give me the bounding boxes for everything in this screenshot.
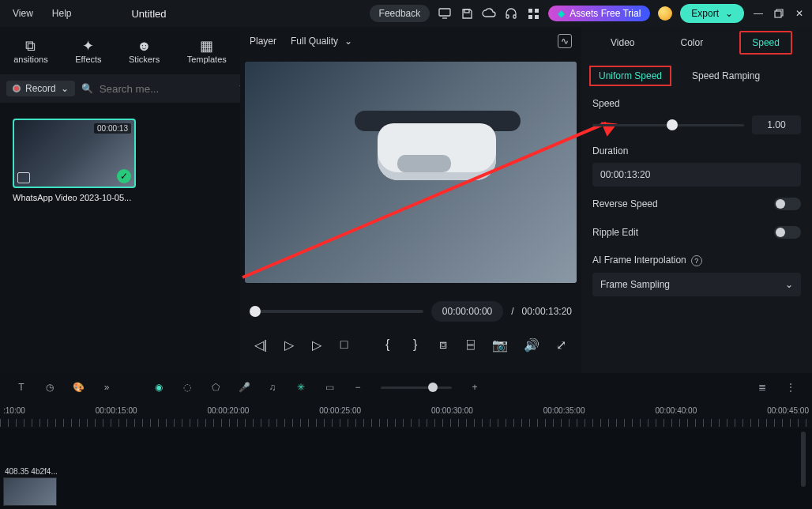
time-total: 00:00:13:20 xyxy=(522,306,572,317)
menu-help[interactable]: Help xyxy=(46,5,78,22)
speed-label: Speed xyxy=(581,90,812,112)
tab-transitions[interactable]: ⧉ansitions xyxy=(13,37,47,64)
timer-icon[interactable]: ◷ xyxy=(41,379,58,396)
assets-trial-button[interactable]: ◆ Assets Free Trial xyxy=(548,6,650,21)
cloud-icon[interactable] xyxy=(482,6,496,21)
tab-color[interactable]: Color xyxy=(671,31,713,55)
effects-icon: ✦ xyxy=(75,37,101,55)
info-icon[interactable]: ? xyxy=(691,255,702,266)
mark-in-icon[interactable]: { xyxy=(382,337,393,353)
progress-row: 00:00:00:00 / 00:00:13:20 xyxy=(240,296,581,327)
media-clip[interactable]: 00:00:13 ✓ WhatsApp Video 2023-10-05... xyxy=(13,119,136,202)
svg-rect-0 xyxy=(439,9,450,16)
fullscreen-icon[interactable]: ⤢ xyxy=(555,337,567,353)
speed-slider[interactable] xyxy=(592,124,744,126)
smart-tool-icon[interactable]: ◉ xyxy=(150,379,167,396)
export-button[interactable]: Export ⌄ xyxy=(680,4,744,23)
svg-rect-5 xyxy=(535,9,539,13)
ratio-icon[interactable]: ▭ xyxy=(321,379,338,396)
list-view-icon[interactable]: ≣ xyxy=(754,379,771,396)
text-tool-icon[interactable]: T xyxy=(13,379,30,396)
trial-label: Assets Free Trial xyxy=(570,8,641,19)
main-area: ⧉ansitions ✦Effects ☻Stickers ▦Templates… xyxy=(0,27,812,373)
menu-view[interactable]: View xyxy=(6,5,39,22)
vr-lens xyxy=(397,155,451,172)
loop-icon[interactable]: ◌ xyxy=(179,379,196,396)
timeline-vscroll[interactable] xyxy=(801,432,806,487)
ruler-label: 00:00:15:00 xyxy=(96,406,137,415)
top-bar: View Help Untitled Feedback ◆ Assets Fre… xyxy=(0,0,812,27)
play-forward-icon[interactable]: ▷ xyxy=(310,337,322,353)
close-icon[interactable]: ✕ xyxy=(793,7,806,20)
subtab-speed-ramping[interactable]: Speed Ramping xyxy=(686,67,766,85)
zoom-thumb[interactable] xyxy=(428,383,438,392)
minimize-icon[interactable]: — xyxy=(752,7,765,20)
speed-subtabs: Uniform Speed Speed Ramping xyxy=(581,62,812,90)
display-icon[interactable]: ⌸ xyxy=(464,337,476,353)
tab-speed[interactable]: Speed xyxy=(739,31,792,55)
marker-icon[interactable]: ⬠ xyxy=(207,379,224,396)
tab-templates[interactable]: ▦Templates xyxy=(187,37,227,64)
player-panel: Player Full Quality⌄ ∿ 00:00:00:00 / 00:… xyxy=(240,27,581,373)
ruler-label: 00:00:35:00 xyxy=(543,406,585,415)
left-panel: ⧉ansitions ✦Effects ☻Stickers ▦Templates… xyxy=(0,27,240,373)
timeline-tracks[interactable]: 408.35 4b2f4... xyxy=(0,428,812,509)
monitor-icon[interactable] xyxy=(438,6,452,21)
timeline-panel: T ◷ 🎨 » ◉ ◌ ⬠ 🎤 ♫ ✳ ▭ − + ≣ ⋮ :10:00 00:… xyxy=(0,373,812,509)
time-separator: / xyxy=(511,306,513,317)
ai-interp-label: AI Frame Interpolation? xyxy=(581,247,812,270)
search-icon: 🔍 xyxy=(81,83,93,94)
maximize-icon[interactable] xyxy=(773,7,785,20)
profile-badge[interactable] xyxy=(658,6,672,21)
ai-interp-select[interactable]: Frame Sampling⌄ xyxy=(592,273,801,296)
headphones-icon[interactable] xyxy=(504,6,518,21)
palette-icon[interactable]: 🎨 xyxy=(70,379,87,396)
crop-icon[interactable]: ⧈ xyxy=(437,337,449,353)
grid-icon[interactable] xyxy=(526,6,540,21)
record-icon xyxy=(13,85,21,92)
scope-icon[interactable]: ∿ xyxy=(558,34,572,48)
mic-icon[interactable]: 🎤 xyxy=(235,379,253,396)
progress-thumb[interactable] xyxy=(250,306,261,317)
tab-stickers[interactable]: ☻Stickers xyxy=(129,37,160,64)
timeline-ruler[interactable]: :10:00 00:00:15:00 00:00:20:00 00:00:25:… xyxy=(0,402,812,428)
keyframe-icon[interactable]: ✳ xyxy=(292,379,310,396)
video-viewer[interactable] xyxy=(245,62,577,283)
zoom-in-icon[interactable]: + xyxy=(466,379,483,396)
prev-frame-icon[interactable]: ◁| xyxy=(254,337,267,353)
speed-slider-thumb[interactable] xyxy=(667,119,678,130)
progress-slider[interactable] xyxy=(250,310,423,313)
svg-rect-1 xyxy=(464,9,469,13)
search-input[interactable] xyxy=(100,83,233,95)
music-icon[interactable]: ♫ xyxy=(264,379,281,396)
speed-value[interactable]: 1.00 xyxy=(752,115,801,134)
zoom-out-icon[interactable]: − xyxy=(349,379,367,396)
timeline-clip[interactable] xyxy=(3,477,57,506)
transport-controls: ◁| ▷ ▷ □ { } ⧈ ⌸ 📷 🔊 ⤢ xyxy=(240,327,581,362)
reverse-speed-label: Reverse Speed xyxy=(592,198,658,209)
subtab-uniform-speed[interactable]: Uniform Speed xyxy=(589,66,671,86)
tab-effects[interactable]: ✦Effects xyxy=(75,37,101,64)
volume-icon[interactable]: 🔊 xyxy=(524,337,539,353)
zoom-slider[interactable] xyxy=(381,386,452,389)
clip-thumbnail[interactable]: 00:00:13 ✓ xyxy=(13,119,136,188)
stop-icon[interactable]: □ xyxy=(338,337,350,353)
play-icon[interactable]: ▷ xyxy=(283,337,295,353)
mark-out-icon[interactable]: } xyxy=(409,337,421,353)
more-tools-icon[interactable]: » xyxy=(98,379,115,396)
quality-select[interactable]: Full Quality⌄ xyxy=(291,36,352,47)
player-header: Player Full Quality⌄ ∿ xyxy=(240,27,581,55)
reverse-speed-toggle[interactable] xyxy=(774,198,801,210)
svg-rect-2 xyxy=(506,15,509,18)
chevron-down-icon: ⌄ xyxy=(785,279,793,290)
tab-video[interactable]: Video xyxy=(601,31,644,55)
svg-rect-8 xyxy=(775,11,781,17)
duration-field[interactable]: 00:00:13:20 xyxy=(592,163,801,187)
feedback-button[interactable]: Feedback xyxy=(370,5,430,22)
record-button[interactable]: Record ⌄ xyxy=(6,81,75,96)
save-icon[interactable] xyxy=(460,6,474,21)
player-label: Player xyxy=(250,36,276,47)
settings-dots-icon[interactable]: ⋮ xyxy=(782,379,799,396)
snapshot-icon[interactable]: 📷 xyxy=(492,337,508,353)
ripple-edit-toggle[interactable] xyxy=(774,226,801,239)
